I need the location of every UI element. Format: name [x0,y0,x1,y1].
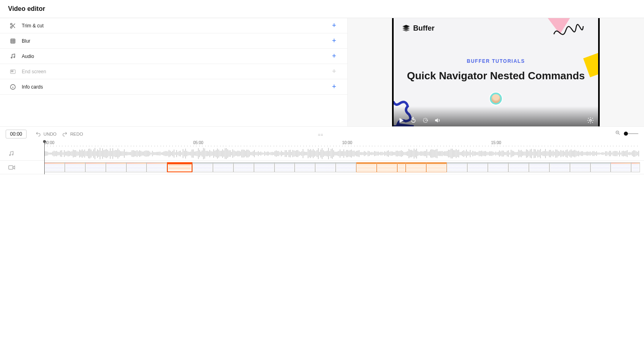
tool-row-end[interactable]: End screen+ [0,64,347,79]
page-title: Video editor [8,5,45,12]
redo-button[interactable]: REDO [62,131,83,137]
video-clip[interactable] [167,162,192,172]
tool-label: Trim & cut [22,23,43,29]
timeline-toolbar: 00:00 UNDO REDO == [0,128,644,140]
add-trim-button[interactable]: + [330,22,338,29]
video-clip[interactable] [397,162,406,172]
undo-button[interactable]: UNDO [35,131,56,137]
video-clip[interactable] [426,162,447,172]
tool-row-trim[interactable]: Trim & cut+ [0,18,347,33]
ruler-tick: 05:00 [193,140,203,145]
video-clip[interactable] [85,162,106,172]
timeline-ruler[interactable]: 00:0005:0010:0015:00 [44,140,640,147]
video-track [0,161,644,174]
video-clip[interactable] [590,162,611,172]
svg-point-0 [10,23,12,25]
svg-point-10 [589,120,591,122]
video-clip[interactable] [549,162,570,172]
tool-label: Audio [22,54,34,59]
svg-point-13 [12,154,13,155]
timeline: 00:0005:0010:0015:00 [0,140,644,174]
svg-rect-2 [11,39,15,43]
zoom-out-icon[interactable] [615,130,621,137]
svg-point-12 [9,155,10,156]
video-clip[interactable] [336,162,356,172]
add-end-button[interactable]: + [330,68,338,75]
svg-rect-6 [11,70,13,72]
video-subtitle-main: Quick Navigator Nested Commands [407,70,585,82]
video-clip[interactable] [529,162,549,172]
video-clip[interactable] [192,162,213,172]
current-time-input[interactable]: 00:00 [6,130,27,138]
upper-panel: Trim & cut+Blur+Audio+End screen+Info ca… [0,18,644,127]
music-icon [10,53,16,60]
video-clip[interactable] [213,162,233,172]
tool-label: End screen [22,69,46,74]
tool-row-audio[interactable]: Audio+ [0,49,347,64]
video-clip[interactable] [275,162,295,172]
endscreen-icon [10,68,16,75]
ruler-tick: 15:00 [491,140,501,145]
volume-button[interactable] [434,117,441,124]
audio-track-body[interactable] [44,147,640,160]
video-clip[interactable] [254,162,275,172]
video-clip[interactable] [295,162,315,172]
info-icon [10,84,16,90]
tool-label: Info cards [22,84,43,90]
svg-point-3 [11,57,12,58]
play-button[interactable] [398,117,405,124]
video-clip[interactable] [508,162,529,172]
video-clip[interactable] [65,162,85,172]
blur-icon [10,38,16,44]
video-clip[interactable] [315,162,336,172]
speed-button[interactable] [422,117,429,124]
video-clip[interactable] [488,162,508,172]
panel-resize-handle[interactable]: == [318,133,326,135]
video-clip[interactable] [611,162,631,172]
video-track-icon [0,165,44,170]
undo-label: UNDO [43,132,56,136]
ruler-tick: 00:00 [44,140,54,145]
audio-track-icon [0,151,44,157]
redo-label: REDO [70,132,83,136]
video-clip[interactable] [106,162,126,172]
presenter-avatar [489,92,503,105]
video-clip[interactable] [147,162,167,172]
preview-panel: Buffer BUFFER TUTORIALS Quick Navigator … [348,18,644,126]
video-clip[interactable] [233,162,254,172]
tool-row-blur[interactable]: Blur+ [0,33,347,49]
ruler-tick: 10:00 [342,140,352,145]
video-clip[interactable] [126,162,147,172]
decoration-squiggle [552,22,584,44]
audio-track [0,147,644,161]
brand-logo: Buffer [402,24,434,33]
video-clip[interactable] [467,162,488,172]
tools-panel: Trim & cut+Blur+Audio+End screen+Info ca… [0,18,348,126]
video-clip[interactable] [406,162,426,172]
svg-point-4 [14,56,15,58]
video-clip[interactable] [356,162,377,172]
decoration-yellow-rect [583,52,600,77]
tool-label: Blur [22,38,30,44]
svg-rect-480 [9,165,13,169]
scissors-icon [10,23,16,29]
video-track-body[interactable] [44,161,640,174]
add-audio-button[interactable]: + [330,53,338,60]
titlebar: Video editor [0,0,644,18]
player-controls [394,106,598,126]
add-info-button[interactable]: + [330,83,338,91]
video-clip[interactable] [44,162,65,172]
zoom-slider[interactable] [624,133,638,134]
video-clip[interactable] [631,162,640,172]
settings-icon[interactable] [587,117,594,124]
skip-back-button[interactable] [410,117,417,124]
svg-point-1 [10,27,12,28]
tool-row-info[interactable]: Info cards+ [0,79,347,95]
video-clip[interactable] [447,162,467,172]
brand-name: Buffer [413,24,434,33]
video-subtitle-pre: BUFFER TUTORIALS [467,58,525,64]
video-preview[interactable]: Buffer BUFFER TUTORIALS Quick Navigator … [392,18,599,126]
video-clip[interactable] [377,162,397,172]
video-clip[interactable] [570,162,590,172]
add-blur-button[interactable]: + [330,37,338,45]
